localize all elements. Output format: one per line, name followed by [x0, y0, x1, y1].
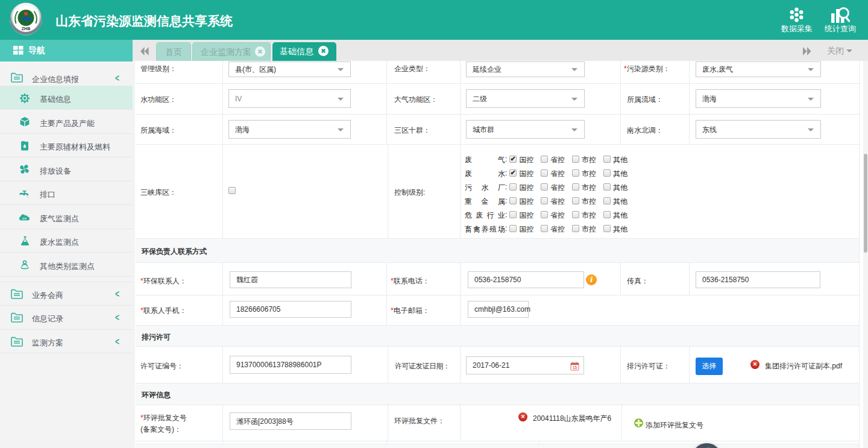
svg-text:co: co [22, 216, 27, 220]
svg-text:15: 15 [573, 365, 577, 370]
svg-text:ZHB: ZHB [22, 27, 30, 31]
